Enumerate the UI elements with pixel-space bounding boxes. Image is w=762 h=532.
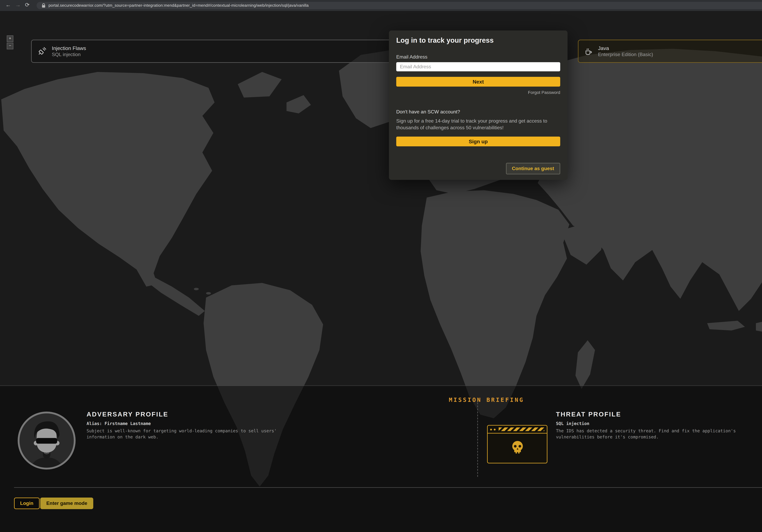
lock-icon — [41, 3, 45, 8]
mission-panel-background — [0, 385, 762, 532]
adversary-profile-block: ADVERSARY PROFILE Alias: Firstname Lastn… — [87, 410, 343, 440]
back-icon[interactable]: ← — [6, 3, 11, 8]
window-dot-icon — [494, 428, 495, 430]
threat-graphic-body — [488, 433, 547, 462]
skull-icon — [509, 440, 525, 455]
language-labels: Java Enterprise Edition (Basic) — [598, 45, 653, 58]
window-dot-icon — [490, 428, 492, 430]
hazard-stripe — [499, 427, 544, 431]
map-zoom-out-button[interactable]: − — [7, 43, 13, 49]
address-bar[interactable]: portal.securecodewarrior.com/?utm_source… — [36, 2, 762, 9]
mission-briefing-title: MISSION BRIEFING — [0, 396, 762, 403]
threat-browser-graphic — [487, 425, 547, 463]
category-labels: Injection Flaws SQL injection — [52, 45, 86, 58]
portal-page: + − Injection Flaws SQL injection — [0, 11, 762, 532]
forward-icon[interactable]: → — [15, 3, 21, 8]
email-label: Email Address — [396, 54, 560, 60]
enter-game-mode-button[interactable]: Enter game mode — [40, 497, 93, 509]
category-title: Injection Flaws — [52, 45, 86, 51]
language-subtitle: Enterprise Edition (Basic) — [598, 51, 653, 58]
threat-description: The IDS has detected a security threat. … — [556, 428, 762, 440]
threat-profile-heading: THREAT PROFILE — [556, 410, 762, 418]
mission-divider — [477, 402, 478, 477]
threat-graphic-titlebar — [488, 425, 547, 433]
language-title: Java — [598, 45, 653, 51]
adversary-profile-heading: ADVERSARY PROFILE — [87, 410, 343, 418]
email-field[interactable] — [396, 62, 560, 71]
map-zoom-controls: + − — [7, 35, 13, 50]
map-zoom-in-button[interactable]: + — [7, 35, 13, 42]
signup-prompt: Don't have an SCW account? — [396, 109, 560, 114]
footer-divider — [14, 487, 762, 488]
language-selector[interactable]: Java Enterprise Edition (Basic) REMEMBER… — [578, 39, 762, 63]
adversary-alias: Alias: Firstname Lastname — [87, 421, 343, 426]
continue-as-guest-button[interactable]: Continue as guest — [506, 163, 560, 174]
category-subtitle: SQL injection — [52, 51, 86, 58]
java-icon — [584, 47, 592, 55]
threat-profile-block: THREAT PROFILE SQL injection The IDS has… — [556, 410, 762, 440]
sign-up-button[interactable]: Sign up — [396, 137, 560, 147]
login-button[interactable]: Login — [14, 497, 39, 509]
threat-name: SQL injection — [556, 421, 762, 426]
forgot-password-link[interactable]: Forgot Password — [396, 90, 560, 95]
reload-icon[interactable]: ⟳ — [25, 3, 30, 8]
url-text: portal.securecodewarrior.com/?utm_source… — [48, 3, 309, 8]
adversary-description: Subject is well-known for targeting worl… — [87, 428, 306, 440]
modal-title: Log in to track your progress — [396, 37, 560, 44]
injection-syringe-icon — [38, 47, 46, 55]
screen: ← → ⟳ portal.securecodewarrior.com/?utm_… — [0, 0, 762, 532]
signup-description: Sign up for a free 14-day trial to track… — [396, 118, 560, 131]
next-button[interactable]: Next — [396, 77, 560, 87]
browser-toolbar: ← → ⟳ portal.securecodewarrior.com/?utm_… — [0, 0, 762, 11]
login-modal: Log in to track your progress Email Addr… — [389, 31, 568, 180]
modal-footer: Continue as guest — [506, 162, 560, 173]
adversary-avatar — [18, 412, 76, 470]
